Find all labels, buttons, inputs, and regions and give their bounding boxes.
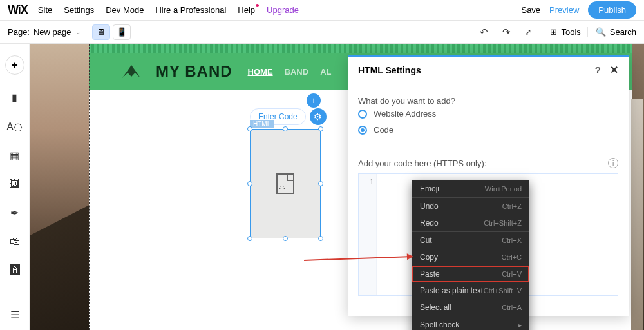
site-title: MY BAND [156, 63, 232, 81]
publish-button[interactable]: Publish [588, 1, 636, 19]
top-right: Save Preview Publish [521, 1, 636, 19]
left-tool-rail: + ▮ A◌ ▦ 🖼 ✒ 🛍 🅰 ☰ [0, 44, 30, 330]
device-switcher: 🖥 📱 [92, 24, 131, 40]
element-settings-button[interactable]: ⚙ [310, 108, 327, 125]
panel-title: HTML Settings [358, 65, 421, 75]
broken-file-icon [276, 173, 294, 194]
resize-handle[interactable] [247, 236, 252, 241]
save-button[interactable]: Save [521, 5, 540, 15]
help-icon[interactable]: ? [595, 64, 601, 75]
radio-icon [358, 126, 367, 135]
ctx-emoji[interactable]: EmojiWin+Period [412, 180, 529, 197]
search-button[interactable]: 🔍 Search [587, 27, 636, 37]
site-nav: HOME BAND AL [248, 67, 332, 77]
menu-help[interactable]: Help [238, 5, 255, 15]
radio-label: Code [374, 125, 393, 135]
apps-icon[interactable]: ▦ [10, 150, 19, 162]
chevron-down-icon: ⌄ [75, 28, 80, 35]
nav-band[interactable]: BAND [285, 67, 309, 77]
search-icon: 🔍 [596, 27, 606, 37]
radio-label: Website Address [374, 109, 436, 119]
ruler [89, 44, 632, 53]
add-element-button[interactable]: + [5, 55, 24, 75]
resize-handle[interactable] [283, 126, 288, 131]
ctx-cut[interactable]: CutCtrl+X [412, 232, 529, 249]
resize-handle[interactable] [247, 126, 252, 131]
layers-button[interactable]: ☰ [10, 309, 19, 321]
nav-al[interactable]: AL [320, 67, 331, 77]
editor-toolbar: Page: New page ⌄ 🖥 📱 ↶ ↷ ⤢ ⊞ Tools 🔍 Sea… [0, 21, 644, 44]
tools-label: Tools [561, 27, 580, 37]
ctx-paste-plain[interactable]: Paste as plain textCtrl+Shift+V [412, 282, 529, 299]
info-icon[interactable]: i [608, 158, 618, 168]
guide-vertical [89, 44, 90, 330]
resize-handle[interactable] [318, 181, 323, 186]
radio-icon [358, 110, 367, 119]
ctx-select-all[interactable]: Select allCtrl+A [412, 299, 529, 316]
close-icon[interactable]: ✕ [610, 64, 618, 76]
top-menu-bar: WiX Site Settings Dev Mode Hire a Profes… [0, 0, 644, 21]
search-label: Search [610, 27, 636, 37]
html-embed-element[interactable]: HTML [250, 129, 321, 238]
bookings-icon[interactable]: 🅰 [10, 264, 20, 276]
line-gutter: 1 [359, 174, 377, 295]
desktop-view-button[interactable]: 🖥 [92, 24, 110, 40]
wix-logo[interactable]: WiX [8, 3, 28, 17]
radio-code[interactable]: Code [358, 122, 618, 138]
menu-dev-mode[interactable]: Dev Mode [106, 5, 144, 15]
mobile-view-button[interactable]: 📱 [113, 24, 131, 40]
media-icon[interactable]: 🖼 [10, 179, 20, 190]
menu-settings[interactable]: Settings [64, 5, 94, 15]
add-section-button[interactable]: + [307, 93, 321, 108]
nav-home[interactable]: HOME [248, 67, 273, 77]
scrollbar[interactable] [631, 99, 643, 330]
page-name: New page [33, 27, 71, 37]
top-menu: Site Settings Dev Mode Hire a Profession… [38, 5, 522, 15]
add-type-label: What do you want to add? [358, 96, 618, 106]
element-type-tag: HTML [250, 120, 274, 128]
undo-button[interactable]: ↶ [476, 24, 492, 41]
radio-website-address[interactable]: Website Address [358, 106, 618, 122]
resize-handle[interactable] [318, 126, 323, 131]
redo-button[interactable]: ↷ [498, 24, 515, 41]
store-icon[interactable]: 🛍 [10, 236, 20, 248]
resize-handle[interactable] [318, 236, 323, 241]
menu-site[interactable]: Site [38, 5, 52, 15]
pages-icon[interactable]: ▮ [12, 92, 17, 104]
panel-header[interactable]: HTML Settings ? ✕ [348, 57, 629, 83]
context-menu: EmojiWin+Period UndoCtrl+Z RedoCtrl+Shif… [412, 180, 529, 330]
tools-button[interactable]: ⊞ Tools [542, 27, 580, 37]
band-logo-icon [122, 65, 140, 78]
design-icon[interactable]: A◌ [6, 121, 23, 133]
preview-button[interactable]: Preview [549, 5, 579, 15]
code-input-label: Add your code here (HTTPS only): [358, 159, 486, 168]
zoom-out-button[interactable]: ⤢ [521, 25, 535, 39]
ctx-undo[interactable]: UndoCtrl+Z [412, 198, 529, 215]
html-embed-preview [250, 129, 321, 238]
ctx-redo[interactable]: RedoCtrl+Shift+Z [412, 215, 529, 231]
menu-upgrade[interactable]: Upgrade [267, 5, 299, 15]
ctx-spell-check[interactable]: Spell check▸ [412, 316, 529, 330]
ctx-copy[interactable]: CopyCtrl+C [412, 249, 529, 266]
tools-icon: ⊞ [550, 27, 557, 37]
page-label: Page: [8, 27, 30, 37]
menu-hire[interactable]: Hire a Professional [155, 5, 226, 15]
resize-handle[interactable] [283, 236, 288, 241]
ctx-paste[interactable]: PasteCtrl+V [412, 266, 529, 282]
blog-icon[interactable]: ✒ [10, 207, 19, 219]
resize-handle[interactable] [247, 181, 252, 186]
page-selector[interactable]: Page: New page ⌄ [8, 27, 80, 37]
